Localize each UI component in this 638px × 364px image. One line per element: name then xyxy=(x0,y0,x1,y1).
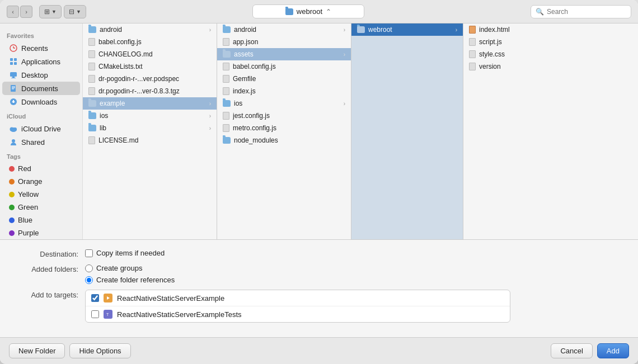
svg-rect-6 xyxy=(14,62,17,65)
downloads-icon xyxy=(9,97,18,106)
file-item-name: script.js xyxy=(479,38,570,46)
file-icon-appjson xyxy=(223,38,229,46)
red-tag-dot xyxy=(9,166,15,172)
hide-options-button[interactable]: Hide Options xyxy=(69,343,130,358)
file-item-webroot[interactable]: webroot › xyxy=(351,23,463,36)
sidebar-item-icloud-drive[interactable]: iCloud Drive xyxy=(2,122,80,135)
search-input[interactable] xyxy=(547,8,626,16)
toolbar: ‹ › ⊞ ▼ ⊟ ▼ webroot ⌃ 🔍 xyxy=(0,0,638,23)
new-folder-button[interactable]: New Folder xyxy=(9,343,65,358)
svg-rect-7 xyxy=(10,72,17,77)
file-item-cmake[interactable]: CMakeLists.txt xyxy=(83,60,217,73)
file-item-name: index.html xyxy=(479,26,570,34)
added-folders-row: Added folders: Create groups Create fold… xyxy=(11,264,627,284)
desktop-icon xyxy=(9,70,18,79)
search-icon: 🔍 xyxy=(536,8,544,16)
target-main-icon xyxy=(104,294,112,302)
sidebar-item-label-desktop: Desktop xyxy=(21,71,48,79)
create-folder-refs-radio[interactable] xyxy=(85,276,93,284)
grid-view-button[interactable]: ⊟ ▼ xyxy=(64,5,86,18)
location-folder-icon xyxy=(285,8,293,15)
file-item-ios-1[interactable]: ios › xyxy=(83,110,217,122)
sidebar-item-recents[interactable]: Recents xyxy=(2,41,80,55)
sidebar-item-documents[interactable]: Documents xyxy=(2,82,80,95)
folder-icon-android-2 xyxy=(223,26,231,33)
file-item-name: android xyxy=(234,26,340,34)
file-item-dr2[interactable]: dr.pogodin-r-...ver-0.8.3.tgz xyxy=(83,85,217,97)
file-item-name: android xyxy=(100,26,206,34)
copy-items-checkbox[interactable] xyxy=(85,249,93,257)
file-item-version[interactable]: version xyxy=(463,60,575,73)
file-item-changelog[interactable]: CHANGELOG.md xyxy=(83,48,217,60)
column-view-button[interactable]: ⊞ ▼ xyxy=(39,5,62,18)
svg-text:T: T xyxy=(106,313,109,316)
target-tests-checkbox[interactable] xyxy=(91,310,99,318)
favorites-section-label: Favorites xyxy=(0,28,82,41)
add-button[interactable]: Add xyxy=(597,343,629,358)
file-item-example[interactable]: example › xyxy=(83,97,217,110)
file-item-dr1[interactable]: dr-pogodin-r-...ver.podspec xyxy=(83,73,217,85)
destination-options: Copy items if needed xyxy=(85,249,165,257)
file-browser: android › babel.config.js CHANGELOG.md C… xyxy=(83,23,638,239)
file-item-babel2[interactable]: babel.config.js xyxy=(217,60,351,73)
file-item-appjson[interactable]: app.json xyxy=(217,36,351,48)
forward-button[interactable]: › xyxy=(20,6,32,18)
file-item-name: ios xyxy=(234,100,340,107)
sidebar-item-purple[interactable]: Purple xyxy=(2,226,80,239)
targets-list: ReactNativeStaticServerExample T ReactNa… xyxy=(85,290,510,323)
file-panel-3: webroot › xyxy=(351,23,463,239)
sidebar-item-shared[interactable]: Shared xyxy=(2,135,80,149)
file-item-license[interactable]: LICENSE.md xyxy=(83,134,217,146)
sidebar-item-label-green: Green xyxy=(18,203,38,211)
grid-view-chevron: ▼ xyxy=(76,9,81,15)
file-item-babel[interactable]: babel.config.js xyxy=(83,36,217,48)
file-item-stylecss[interactable]: style.css xyxy=(463,48,575,60)
destination-row: Destination: Copy items if needed xyxy=(11,249,627,258)
sidebar-item-red[interactable]: Red xyxy=(2,162,80,175)
chevron-icon: › xyxy=(344,51,345,58)
sidebar-item-blue[interactable]: Blue xyxy=(2,214,80,226)
folder-icon-lib xyxy=(88,125,96,131)
svg-rect-10 xyxy=(11,85,16,92)
file-item-assets[interactable]: assets › xyxy=(217,48,351,60)
file-item-android-1[interactable]: android › xyxy=(83,23,217,36)
target-main-checkbox[interactable] xyxy=(91,294,99,302)
sidebar-item-label-applications: Applications xyxy=(21,58,60,66)
create-groups-radio[interactable] xyxy=(85,264,93,272)
sidebar-item-desktop[interactable]: Desktop xyxy=(2,68,80,82)
file-item-metro[interactable]: metro.config.js xyxy=(217,122,351,134)
file-item-ios-2[interactable]: ios › xyxy=(217,97,351,110)
file-item-name: style.css xyxy=(479,50,570,58)
sidebar-item-green[interactable]: Green xyxy=(2,201,80,214)
blue-tag-dot xyxy=(9,218,15,223)
sidebar-item-applications[interactable]: Applications xyxy=(2,55,80,68)
file-item-scriptjs[interactable]: script.js xyxy=(463,36,575,48)
create-folder-refs-label: Create folder references xyxy=(96,276,175,284)
svg-point-18 xyxy=(10,127,14,131)
create-refs-option: Create folder references xyxy=(85,276,175,284)
file-item-name: CMakeLists.txt xyxy=(98,63,211,70)
svg-rect-3 xyxy=(10,58,13,61)
file-item-android-2[interactable]: android › xyxy=(217,23,351,36)
sidebar-item-orange[interactable]: Orange xyxy=(2,175,80,188)
file-item-gemfile[interactable]: Gemfile xyxy=(217,73,351,85)
file-item-node-modules[interactable]: node_modules xyxy=(217,134,351,146)
location-pill[interactable]: webroot ⌃ xyxy=(252,4,364,18)
file-item-jest[interactable]: jest.config.js xyxy=(217,110,351,122)
file-icon-version xyxy=(469,63,476,70)
search-bar[interactable]: 🔍 xyxy=(531,5,631,18)
file-panel-2: android › app.json assets › babel.config… xyxy=(217,23,351,239)
file-item-name: node_modules xyxy=(234,136,345,144)
file-item-name: LICENSE.md xyxy=(98,136,211,144)
added-folders-options: Create groups Create folder references xyxy=(85,264,175,284)
file-item-indexhtml[interactable]: index.html xyxy=(463,23,575,36)
file-item-indexjs[interactable]: index.js xyxy=(217,85,351,97)
back-button[interactable]: ‹ xyxy=(7,6,19,18)
sidebar-item-downloads[interactable]: Downloads xyxy=(2,95,80,108)
sidebar-item-yellow[interactable]: Yellow xyxy=(2,188,80,201)
cancel-button[interactable]: Cancel xyxy=(551,343,592,358)
location-dropdown-icon[interactable]: ⌃ xyxy=(326,8,331,16)
target-item-main: ReactNativeStaticServerExample xyxy=(86,290,510,306)
file-item-lib[interactable]: lib › xyxy=(83,122,217,134)
folder-icon-ios-1 xyxy=(88,112,96,119)
